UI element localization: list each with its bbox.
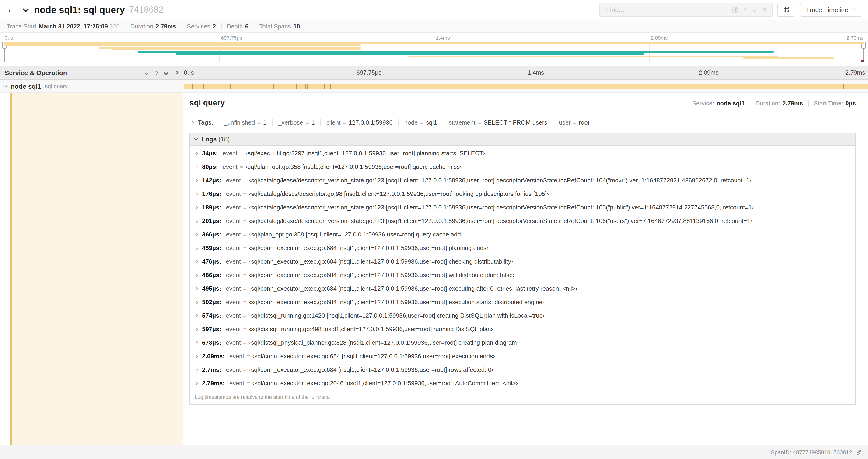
log-entry[interactable]: 495μs:event=‹sql/conn_executor_exec.go:6… bbox=[190, 282, 856, 295]
logs-title: Logs bbox=[202, 136, 217, 143]
log-timestamp: 678μs: bbox=[202, 339, 221, 346]
timeline-collapse-controls bbox=[145, 71, 178, 75]
minimap-graph[interactable] bbox=[4, 41, 864, 62]
tick-label: 2.09ms bbox=[697, 69, 719, 76]
log-entry[interactable]: 366μs:event=‹sql/plan_opt.go:358 [nsql1,… bbox=[190, 228, 856, 241]
log-marker bbox=[845, 84, 846, 89]
command-icon: ⌘ bbox=[783, 6, 789, 14]
log-entry[interactable]: 597μs:event=‹sql/distsql_running.go:498 … bbox=[190, 322, 856, 336]
chevron-right-icon bbox=[194, 287, 198, 291]
log-entry[interactable]: 2.79ms:event=‹sql/conn_executor_exec.go:… bbox=[190, 376, 856, 390]
deep-link-icon[interactable] bbox=[856, 449, 862, 455]
span-detail-header: sql query Service: node sql1 Duration: 2… bbox=[189, 98, 856, 112]
collapse-all-button[interactable] bbox=[165, 71, 167, 75]
clear-search-icon[interactable]: × bbox=[762, 6, 767, 13]
prev-match-icon[interactable] bbox=[745, 8, 747, 11]
log-marker bbox=[330, 84, 331, 89]
header-controls: × ⌘ Trace Timeline bbox=[599, 3, 862, 17]
log-entry[interactable]: 502μs:event=‹sql/conn_executor_exec.go:6… bbox=[190, 295, 856, 309]
page-header: ← node sql1: sql query 7418682 × ⌘ Trace… bbox=[0, 0, 868, 20]
log-marker bbox=[274, 84, 274, 89]
log-timestamp: 574μs: bbox=[202, 312, 221, 319]
span-bar-track bbox=[183, 80, 868, 92]
log-entry[interactable]: 201μs:event=‹sql/catalog/lease/descripto… bbox=[190, 214, 856, 228]
log-entry[interactable]: 80μs:event=‹sql/plan_opt.go:358 [nsql1,c… bbox=[190, 160, 856, 173]
tag: client=127.0.0.1:59936 bbox=[320, 119, 398, 126]
log-marker bbox=[219, 84, 219, 89]
logs-footer-note: Log timestamps are relative to the start… bbox=[190, 390, 856, 404]
tick-label: 697.75μs bbox=[355, 69, 382, 76]
keyboard-shortcuts-button[interactable]: ⌘ bbox=[777, 3, 795, 17]
collapse-one-button[interactable] bbox=[145, 71, 148, 74]
tick-label: 0μs bbox=[5, 35, 13, 41]
log-entry[interactable]: 574μs:event=‹sql/distsql_running.go:1420… bbox=[190, 309, 856, 322]
log-message: ‹sql/distsql_running.go:1420 [nsql1,clie… bbox=[249, 312, 545, 319]
tags-accordion[interactable]: Tags: _unfinished=1 _verbose=1 client=12… bbox=[189, 118, 856, 128]
log-message: ‹sql/conn_executor_exec.go:684 [nsql1,cl… bbox=[249, 271, 515, 278]
expand-all-button[interactable] bbox=[175, 71, 178, 74]
trace-duration: Duration 2.79ms bbox=[125, 23, 181, 30]
log-message: ‹sql/conn_executor_exec.go:684 [nsql1,cl… bbox=[249, 244, 488, 252]
logs-header[interactable]: Logs (18) bbox=[190, 133, 856, 145]
zoom-matches-icon[interactable] bbox=[733, 7, 739, 13]
log-entry[interactable]: 176μs:event=‹sql/catalog/descs/descripto… bbox=[190, 187, 856, 201]
trace-collapse-chevron-icon[interactable] bbox=[23, 6, 29, 12]
span-bar[interactable] bbox=[184, 84, 868, 89]
expand-one-button[interactable] bbox=[155, 71, 158, 74]
log-entry[interactable]: 142μs:event=‹sql/catalog/lease/descripto… bbox=[190, 173, 856, 187]
log-entry[interactable]: 486μs:event=‹sql/conn_executor_exec.go:6… bbox=[190, 268, 856, 282]
meta-duration: Duration: 2.79ms bbox=[750, 100, 808, 107]
log-marker bbox=[350, 84, 350, 89]
next-match-icon[interactable] bbox=[753, 8, 756, 11]
detail-name-column bbox=[0, 93, 183, 445]
log-message: ‹sql/distsql_physical_planner.go:828 [ns… bbox=[249, 339, 519, 346]
trace-start: Trace Start March 31 2022, 17:25:09.326 bbox=[6, 23, 125, 30]
minimap-span bbox=[4, 44, 361, 46]
log-message: ‹sql/conn_executor_exec.go:684 [nsql1,cl… bbox=[249, 285, 578, 292]
log-timestamp: 2.79ms: bbox=[202, 380, 225, 387]
view-type-label: Trace Timeline bbox=[806, 6, 848, 13]
tags-label: Tags: bbox=[198, 119, 214, 126]
log-marker bbox=[204, 84, 204, 89]
chevron-right-icon bbox=[194, 233, 198, 237]
chevron-right-icon bbox=[194, 355, 198, 358]
back-button[interactable]: ← bbox=[6, 5, 16, 15]
span-name-cell[interactable]: node sql1 sql query bbox=[0, 80, 183, 92]
trace-timeline-page: ← node sql1: sql query 7418682 × ⌘ Trace… bbox=[0, 0, 868, 459]
log-entry[interactable]: 476μs:event=‹sql/conn_executor_exec.go:6… bbox=[190, 255, 856, 268]
log-timestamp: 459μs: bbox=[202, 244, 221, 252]
log-marker bbox=[233, 84, 234, 89]
view-type-dropdown[interactable]: Trace Timeline bbox=[800, 3, 862, 17]
log-message: ‹sql/conn_executor_exec.go:684 [nsql1,cl… bbox=[249, 299, 545, 305]
span-detail-title: sql query bbox=[189, 98, 225, 108]
log-entry[interactable]: 2.69ms:event=‹sql/conn_executor_exec.go:… bbox=[190, 349, 856, 363]
span-row: node sql1 sql query bbox=[0, 80, 868, 93]
span-service-name: node sql1 bbox=[11, 82, 41, 90]
minimap-scrubber-right[interactable] bbox=[863, 41, 864, 62]
page-title: node sql1: sql query bbox=[34, 4, 125, 15]
log-message: ‹sql/catalog/lease/descriptor_version_st… bbox=[249, 177, 751, 184]
log-timestamp: 80μs: bbox=[202, 163, 218, 170]
span-id-label: SpanID: bbox=[771, 449, 791, 456]
find-input[interactable] bbox=[605, 6, 726, 14]
chevron-down-icon[interactable] bbox=[4, 83, 8, 87]
log-entry[interactable]: 459μs:event=‹sql/conn_executor_exec.go:6… bbox=[190, 241, 856, 255]
log-message: ‹sql/exec_util.go:2297 [nsql1,client=127… bbox=[246, 150, 485, 157]
log-entry[interactable]: 189μs:event=‹sql/catalog/lease/descripto… bbox=[190, 201, 856, 214]
tag: _verbose=1 bbox=[272, 119, 320, 126]
tag: statement=SELECT * FROM users bbox=[443, 119, 553, 126]
chevron-right-icon bbox=[194, 152, 198, 156]
log-entry[interactable]: 34μs:event=‹sql/exec_util.go:2297 [nsql1… bbox=[190, 146, 856, 160]
chevron-right-icon bbox=[194, 206, 198, 210]
chevron-right-icon bbox=[194, 260, 198, 264]
log-timestamp: 176μs: bbox=[202, 190, 221, 197]
log-message: ‹sql/plan_opt.go:358 [nsql1,client=127.0… bbox=[249, 231, 463, 238]
log-marker bbox=[324, 84, 325, 89]
chevron-down-icon bbox=[194, 136, 198, 140]
span-detail-panel: sql query Service: node sql1 Duration: 2… bbox=[183, 93, 868, 445]
trace-depth: Depth 6 bbox=[221, 23, 254, 30]
log-entry[interactable]: 678μs:event=‹sql/distsql_physical_planne… bbox=[190, 336, 856, 349]
trace-id: 7418682 bbox=[129, 5, 163, 15]
log-entry[interactable]: 2.7ms:event=‹sql/conn_executor_exec.go:6… bbox=[190, 363, 856, 376]
tick-label: 2.09ms bbox=[649, 35, 668, 41]
